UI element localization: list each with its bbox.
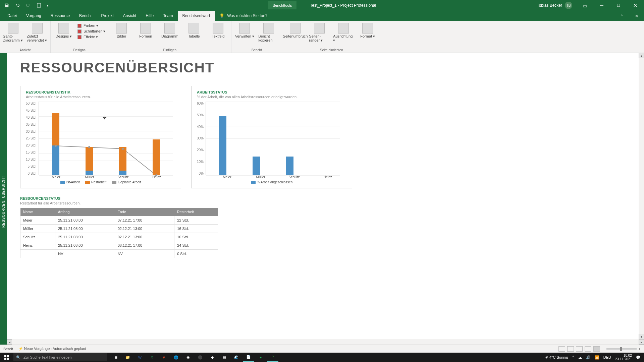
chart1-subtitle: Arbeitsstatus für alle Arbeitsressourcen… [26,95,175,99]
menu-vorgang[interactable]: Vorgang [21,11,46,21]
chart-arbeitsstatus[interactable]: ARBEITSSTATUS % der Arbeit, die von alle… [191,86,352,188]
ressourcenstatus-table[interactable]: NameAnfangEndeRestarbeit Meier25.11.21 0… [20,208,218,258]
menu-berichtsentwurf[interactable]: Berichtsentwurf [178,11,215,21]
minimize-button[interactable] [594,0,609,11]
start-button[interactable] [0,353,13,362]
view-shortcut-2[interactable] [567,346,574,352]
word-icon[interactable]: W [134,353,146,362]
menu-bericht[interactable]: Bericht [74,11,96,21]
table-row[interactable]: Müller25.11.21 08:0002.12.21 13:0016 Std… [20,225,218,233]
task-view-icon[interactable]: ⊞ [110,353,121,362]
volume-icon[interactable]: 🔊 [586,355,591,360]
close-button[interactable] [628,0,643,11]
horizontal-scrollbar[interactable]: ◂ ▸ [7,339,644,345]
farben[interactable]: Farben ▾ [77,23,105,28]
designs[interactable]: Designs ▾ [53,22,74,39]
table-title: RESSOURCENSTATUS [20,196,218,200]
table-row[interactable]: NVNV0 Std. [20,250,218,258]
weather-widget[interactable]: ☀ 4°C Sonnig [545,355,568,360]
report-canvas[interactable]: RESSOURCENÜBERSICHT RESSOURCENSTATISTIK … [7,53,644,350]
gantt-diagramm[interactable]: Gantt-Diagramm ▾ [3,22,23,43]
qat-customize-icon[interactable]: ▾ [46,1,50,9]
network-icon[interactable]: 📶 [595,355,599,360]
tabelle[interactable]: Tabelle [183,22,204,38]
chrome-icon[interactable]: ◉ [182,353,194,362]
view-shortcut-3[interactable] [576,346,583,352]
app-icon-1[interactable]: ◆ [207,353,218,362]
project-icon[interactable]: P [267,353,278,362]
view-shortcut-1[interactable] [558,346,565,352]
table-header[interactable]: Anfang [55,208,115,216]
scroll-left-icon[interactable]: ◂ [7,339,12,345]
table-header[interactable]: Ende [115,208,174,216]
view-shortcut-5[interactable] [593,346,600,352]
ribbon-display-options-icon[interactable] [578,0,592,11]
table-row[interactable]: Meier25.11.21 08:0007.12.21 17:0022 Std. [20,216,218,225]
onedrive-icon[interactable]: ☁ [578,355,582,360]
table-row[interactable]: Schultz25.11.21 08:0002.12.21 13:0016 St… [20,233,218,241]
menu-datei[interactable]: Datei [3,11,21,21]
menu-team[interactable]: Team [158,11,177,21]
file-explorer-icon[interactable]: 📁 [122,353,133,362]
language-indicator[interactable]: DEU [603,355,611,359]
svg-rect-1 [583,6,587,7]
table-subtitle: Restarbeit für alle Arbeitsressourcen. [20,201,218,205]
scroll-up-icon[interactable]: ▴ [639,53,644,58]
menu-ressource[interactable]: Ressource [46,11,74,21]
verwalten[interactable]: Verwalten ▾ [234,22,255,39]
zoom-out-icon[interactable]: − [602,347,604,351]
search-placeholder: Zur Suche Text hier eingeben [23,355,72,359]
edge-legacy-icon[interactable]: 🌐 [170,353,182,362]
seitenraender[interactable]: Seiten-ränder ▾ [309,22,330,43]
table-header[interactable]: Name [20,208,55,216]
tray-chevron-icon[interactable]: ˄ [572,355,574,360]
zoom-in-icon[interactable]: + [639,347,641,351]
vertical-scrollbar[interactable]: ▴ ▾ [639,53,644,339]
schedule-mode-indicator[interactable]: ⚡ Neue Vorgänge : Automatisch geplant [18,347,86,351]
notifications-icon[interactable]: 💬 [636,355,641,360]
bericht-kopieren[interactable]: Bericht kopieren [258,22,279,42]
window-title: Test_Project_1 - Project Professional [310,3,376,8]
clock[interactable]: 10:02 23.11.2021 [615,354,632,361]
effekte[interactable]: Effekte ▾ [77,35,105,39]
ausrichtung[interactable]: Ausrichtung ▾ [333,22,354,43]
maximize-button[interactable] [611,0,626,11]
diagramm[interactable]: Diagramm [159,22,180,38]
menu-ansicht[interactable]: Ansicht [118,11,141,21]
ribbon-collapse-icon[interactable]: ⌃ [614,11,629,21]
bilder[interactable]: Bilder [111,22,132,38]
spotify-icon[interactable]: ● [255,353,266,362]
tell-me-search[interactable]: 💡 Was möchten Sie tun? [215,11,272,21]
scroll-down-icon[interactable]: ▾ [639,334,644,339]
menu-hilfe[interactable]: Hilfe [141,11,158,21]
format-btn[interactable]: Format ▾ [357,22,378,39]
view-side-rail[interactable]: RESSOURCEN: ÜBERSICHT [0,53,7,350]
edge-icon[interactable]: 🌊 [231,353,242,362]
seitenumbruch[interactable]: Seitenumbruch [285,22,306,38]
close-pane-icon[interactable]: ✕ [629,11,644,21]
zoom-slider[interactable] [606,348,637,350]
zuletzt-verwendet[interactable]: Zuletzt verwendet ▾ [27,22,48,43]
contextual-tab-label: Berichttools [268,1,297,9]
obs-icon[interactable]: ⚫ [195,353,206,362]
table-header[interactable]: Restarbeit [174,208,218,216]
textfeld[interactable]: Textfeld [208,22,228,38]
undo-icon[interactable] [13,1,21,9]
powerpoint-icon[interactable]: P [158,353,170,362]
save-icon[interactable] [3,1,11,9]
formen[interactable]: Formen [135,22,156,38]
excel-icon[interactable]: X [146,353,158,362]
table-row[interactable]: Heinz25.11.21 08:0008.12.21 17:0024 Std. [20,241,218,250]
view-shortcut-4[interactable] [585,346,591,352]
app-icon-2[interactable]: ▤ [219,353,230,362]
redo-icon[interactable] [24,1,32,9]
chart-ressourcenstatistik[interactable]: RESSOURCENSTATISTIK Arbeitsstatus für al… [20,86,181,188]
account-button[interactable]: Tobias Becker TB [537,2,572,9]
qat-doc-icon[interactable] [35,1,43,9]
notepad-icon[interactable]: 📄 [243,353,254,362]
scroll-right-icon[interactable]: ▸ [639,339,644,345]
schriftarten[interactable]: Schriftarten ▾ [77,29,105,34]
taskbar-search[interactable]: 🔍 Zur Suche Text hier eingeben [13,353,107,361]
menu-projekt[interactable]: Projekt [96,11,118,21]
svg-rect-5 [7,355,9,357]
